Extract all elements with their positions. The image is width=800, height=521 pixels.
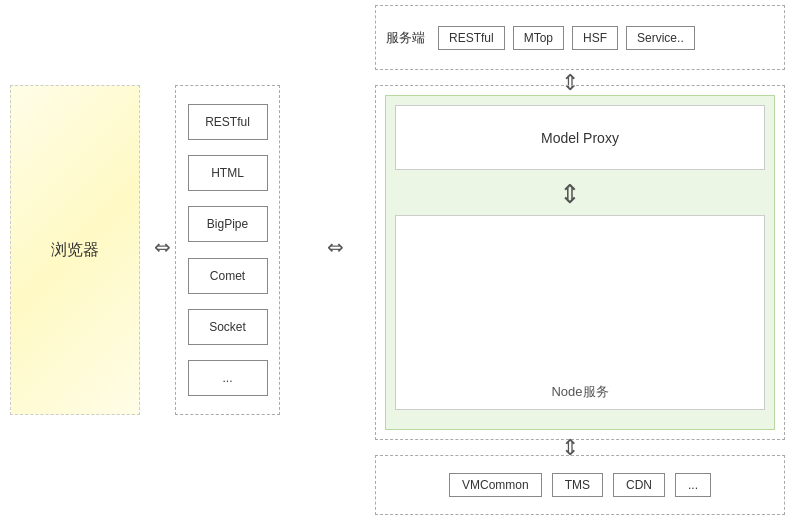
node-service-box: Node服务 (395, 215, 765, 410)
server-chip-restful: RESTful (438, 26, 505, 50)
protocol-comet: Comet (188, 258, 268, 294)
server-chip-hsf: HSF (572, 26, 618, 50)
node-service-label: Node服务 (551, 383, 608, 401)
server-top-label: 服务端 (386, 29, 425, 47)
bottom-service-box: VMCommon TMS CDN ... (375, 455, 785, 515)
arrow-proxy-node: ⇕ (555, 172, 585, 216)
protocol-box: RESTful HTML BigPipe Comet Socket ... (175, 85, 280, 415)
protocol-more: ... (188, 360, 268, 396)
server-chip-mtop: MTop (513, 26, 564, 50)
browser-box: 浏览器 (10, 85, 140, 415)
model-proxy-box: Model Proxy (395, 105, 765, 170)
arrow-protocol-server: ⇔ (295, 235, 375, 259)
bottom-chip-vmcommon: VMCommon (449, 473, 542, 497)
protocol-restful: RESTful (188, 104, 268, 140)
bottom-chip-more: ... (675, 473, 711, 497)
server-top-box: 服务端 RESTful MTop HSF Service.. (375, 5, 785, 70)
architecture-diagram: 浏览器 ⇔ RESTful HTML BigPipe Comet Socket … (0, 0, 800, 521)
model-proxy-label: Model Proxy (541, 130, 619, 146)
browser-label: 浏览器 (51, 240, 99, 261)
server-chip-service: Service.. (626, 26, 695, 50)
bottom-chip-tms: TMS (552, 473, 603, 497)
protocol-bigpipe: BigPipe (188, 206, 268, 242)
arrow-browser-protocol: ⇔ (148, 235, 176, 259)
bottom-chip-cdn: CDN (613, 473, 665, 497)
protocol-socket: Socket (188, 309, 268, 345)
protocol-html: HTML (188, 155, 268, 191)
